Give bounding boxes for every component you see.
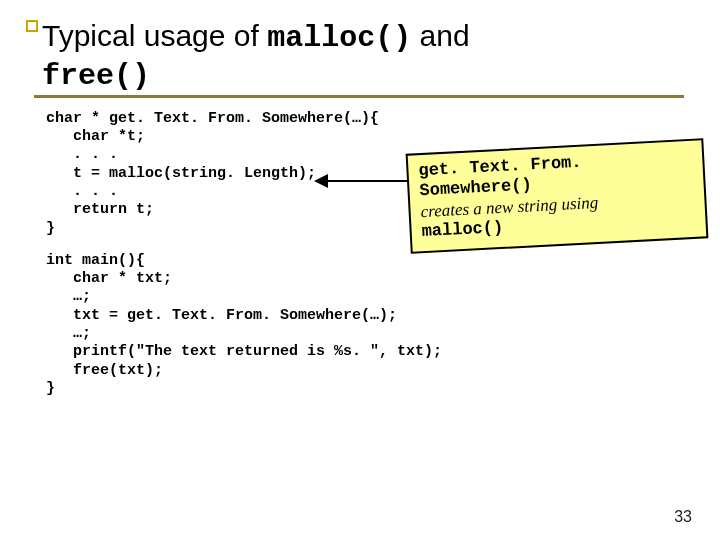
title-text-pre: Typical usage of: [42, 19, 267, 52]
title-underline: Typical usage of malloc() and free(): [34, 16, 684, 98]
title-text-mid: and: [411, 19, 469, 52]
page-number: 33: [674, 508, 692, 526]
title-code-free: free(): [42, 59, 150, 93]
accent-square: [26, 20, 38, 32]
title-code-malloc: malloc(): [267, 21, 411, 55]
slide-title: Typical usage of malloc() and free(): [42, 18, 684, 95]
code-block-2: int main(){ char * txt; …; txt = get. Te…: [46, 252, 692, 398]
arrow-head-left-icon: [314, 174, 328, 188]
slide: Typical usage of malloc() and free() cha…: [0, 0, 720, 540]
callout-note: get. Text. From. Somewhere() creates a n…: [406, 138, 709, 253]
